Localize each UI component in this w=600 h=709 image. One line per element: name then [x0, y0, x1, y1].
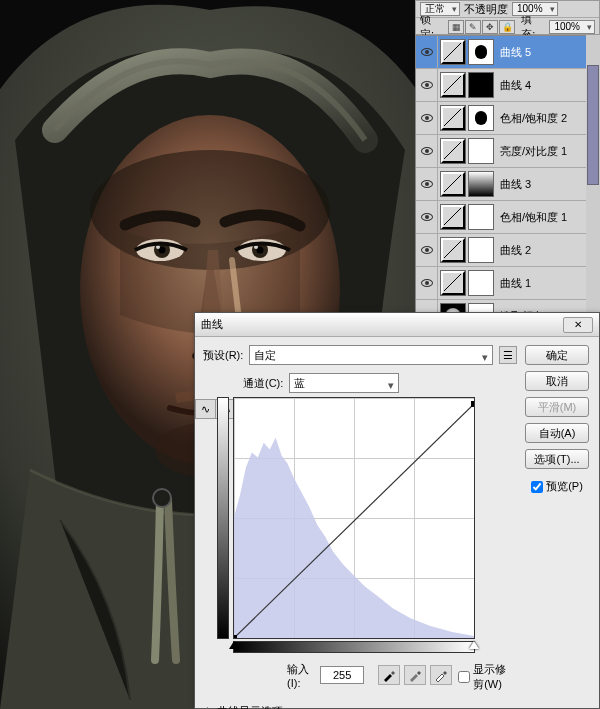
mask-thumb-icon[interactable] [468, 39, 494, 65]
smooth-button: 平滑(M) [525, 397, 589, 417]
layer-name[interactable]: 曲线 5 [496, 45, 599, 60]
curve-line[interactable] [234, 398, 474, 638]
auto-button[interactable]: 自动(A) [525, 423, 589, 443]
options-button[interactable]: 选项(T)... [525, 449, 589, 469]
layer-row[interactable]: 曲线 4 [416, 69, 599, 102]
layer-name[interactable]: 曲线 3 [496, 177, 599, 192]
black-eyedropper-icon[interactable] [378, 665, 400, 685]
input-input[interactable] [320, 666, 364, 684]
output-gradient [217, 397, 229, 639]
white-eyedropper-icon[interactable] [430, 665, 452, 685]
lock-position-icon[interactable]: ✥ [482, 20, 498, 34]
adjustment-thumb-icon [440, 171, 466, 197]
mask-thumb-icon[interactable] [468, 171, 494, 197]
eye-icon [421, 81, 433, 89]
preset-dropdown[interactable]: 自定 [249, 345, 493, 365]
black-point-slider[interactable] [229, 641, 239, 649]
layer-name[interactable]: 色相/饱和度 2 [496, 111, 599, 126]
opacity-input[interactable]: 100% [512, 2, 558, 16]
input-label: 输入(I): [287, 662, 314, 689]
adjustment-thumb-icon [440, 270, 466, 296]
adjustment-thumb-icon [440, 204, 466, 230]
close-icon[interactable]: ✕ [563, 317, 593, 333]
layer-row[interactable]: 色相/饱和度 1 [416, 201, 599, 234]
curves-grid[interactable] [233, 397, 475, 639]
lock-transparency-icon[interactable]: ▦ [448, 20, 464, 34]
mask-thumb-icon[interactable] [468, 270, 494, 296]
visibility-toggle[interactable] [416, 36, 438, 68]
white-point-slider[interactable] [469, 641, 479, 649]
layer-row[interactable]: 曲线 3 [416, 168, 599, 201]
layer-name[interactable]: 色相/饱和度 1 [496, 210, 599, 225]
layer-blend-options: 正常 不透明度 100% 锁定: ▦ ✎ ✥ 🔒 填充: 100% [415, 0, 600, 35]
eye-icon [421, 246, 433, 254]
layer-row[interactable]: 曲线 1 [416, 267, 599, 300]
preset-menu-icon[interactable]: ☰ [499, 346, 517, 364]
preview-checkbox[interactable]: 预览(P) [531, 479, 583, 494]
layer-row[interactable]: 亮度/对比度 1 [416, 135, 599, 168]
layers-panel: 曲线 5曲线 4色相/饱和度 2亮度/对比度 1曲线 3色相/饱和度 1曲线 2… [415, 35, 600, 334]
visibility-toggle[interactable] [416, 69, 438, 101]
visibility-toggle[interactable] [416, 267, 438, 299]
blend-mode-dropdown[interactable]: 正常 [420, 2, 460, 16]
svg-line-15 [234, 404, 474, 638]
visibility-toggle[interactable] [416, 168, 438, 200]
fill-input[interactable]: 100% [549, 20, 595, 34]
svg-rect-17 [471, 401, 474, 407]
channel-dropdown[interactable]: 蓝 [289, 373, 399, 393]
display-options-label[interactable]: 曲线显示选项 [217, 704, 283, 709]
mask-thumb-icon[interactable] [468, 105, 494, 131]
visibility-toggle[interactable] [416, 135, 438, 167]
layer-row[interactable]: 曲线 2 [416, 234, 599, 267]
eye-icon [421, 114, 433, 122]
eye-icon [421, 180, 433, 188]
layer-name[interactable]: 曲线 4 [496, 78, 599, 93]
visibility-toggle[interactable] [416, 102, 438, 134]
mask-thumb-icon[interactable] [468, 138, 494, 164]
layer-name[interactable]: 曲线 2 [496, 243, 599, 258]
mask-thumb-icon[interactable] [468, 204, 494, 230]
point-curve-tool-icon[interactable]: ∿ [196, 400, 216, 418]
curves-dialog: 曲线 ✕ 预设(R): 自定 ☰ 通道(C): 蓝 ∿ ✎ [194, 312, 600, 709]
visibility-toggle[interactable] [416, 201, 438, 233]
eye-icon [421, 48, 433, 56]
lock-pixels-icon[interactable]: ✎ [465, 20, 481, 34]
layer-name[interactable]: 亮度/对比度 1 [496, 144, 599, 159]
lock-all-icon[interactable]: 🔒 [499, 20, 515, 34]
adjustment-thumb-icon [440, 105, 466, 131]
ok-button[interactable]: 确定 [525, 345, 589, 365]
channel-label: 通道(C): [243, 376, 283, 391]
input-gradient [233, 641, 475, 653]
adjustment-thumb-icon [440, 138, 466, 164]
svg-point-14 [153, 489, 171, 507]
scroll-thumb[interactable] [587, 65, 599, 185]
show-clipping-checkbox[interactable]: 显示修剪(W) [458, 662, 517, 692]
eye-icon [421, 279, 433, 287]
dialog-title: 曲线 [201, 317, 563, 332]
adjustment-thumb-icon [440, 39, 466, 65]
layer-row[interactable]: 色相/饱和度 2 [416, 102, 599, 135]
mask-thumb-icon[interactable] [468, 72, 494, 98]
gray-eyedropper-icon[interactable] [404, 665, 426, 685]
dialog-titlebar[interactable]: 曲线 ✕ [195, 313, 599, 337]
layer-row[interactable]: 曲线 5 [416, 36, 599, 69]
mask-thumb-icon[interactable] [468, 237, 494, 263]
svg-rect-16 [234, 635, 237, 638]
visibility-toggle[interactable] [416, 234, 438, 266]
layer-name[interactable]: 曲线 1 [496, 276, 599, 291]
cancel-button[interactable]: 取消 [525, 371, 589, 391]
preset-label: 预设(R): [203, 348, 243, 363]
adjustment-thumb-icon [440, 237, 466, 263]
eye-icon [421, 213, 433, 221]
eye-icon [421, 147, 433, 155]
opacity-label: 不透明度 [464, 2, 508, 17]
adjustment-thumb-icon [440, 72, 466, 98]
